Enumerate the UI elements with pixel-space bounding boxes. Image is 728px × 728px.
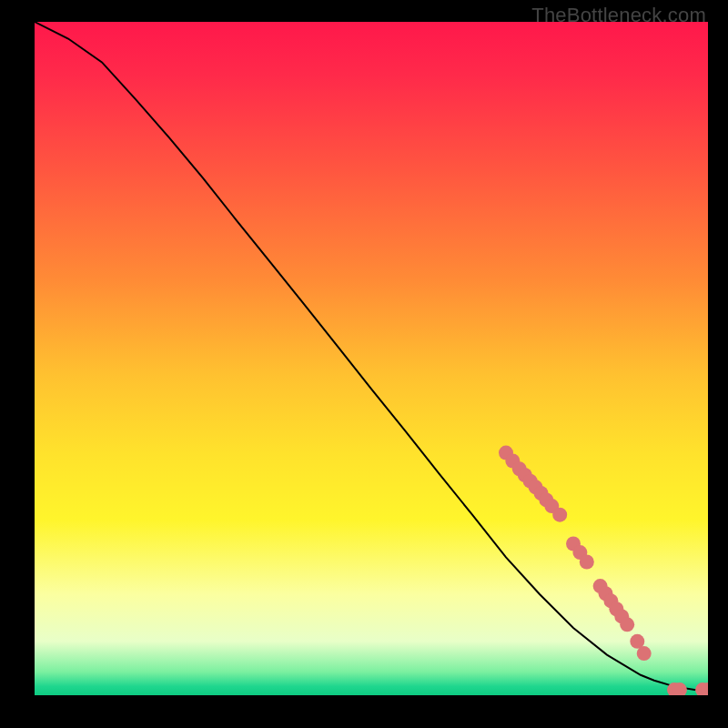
plot-area (35, 22, 708, 695)
chart-stage: TheBottleneck.com (0, 0, 728, 728)
data-marker (637, 646, 652, 661)
plot-svg (35, 22, 708, 695)
data-marker (580, 554, 594, 569)
data-marker (552, 508, 567, 522)
data-marker (620, 617, 634, 632)
